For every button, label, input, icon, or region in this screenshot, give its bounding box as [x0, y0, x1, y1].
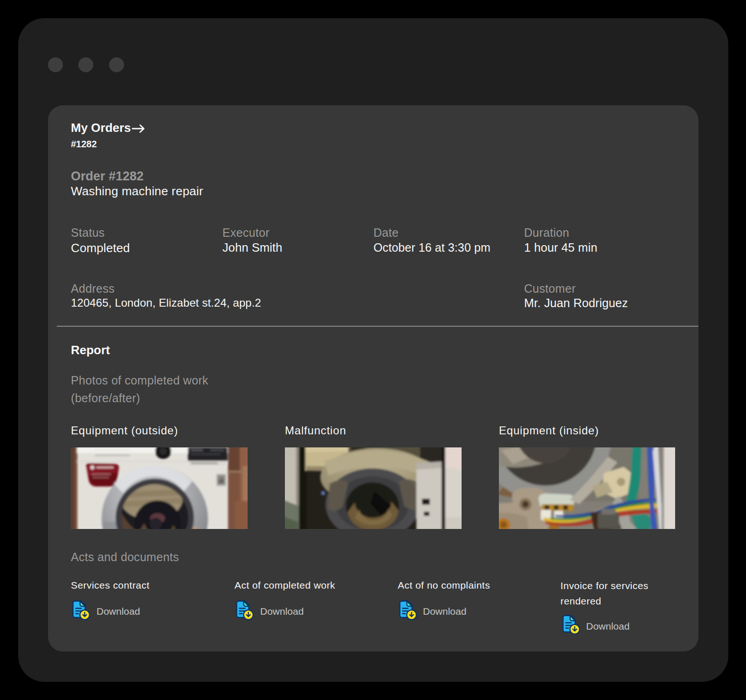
svg-text:10: 10	[218, 478, 224, 484]
